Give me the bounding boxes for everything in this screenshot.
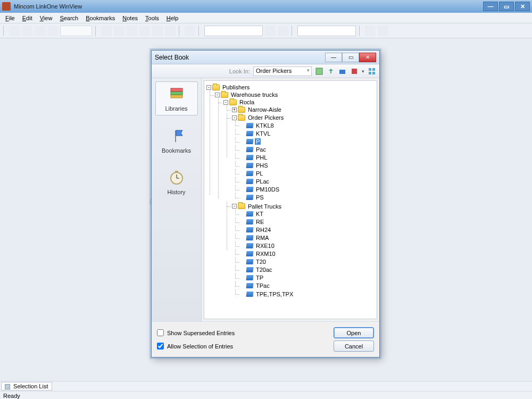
sidebar-item-history[interactable]: History (155, 165, 198, 198)
tree-node-label[interactable]: RXE10 (255, 243, 276, 249)
menu-bookmarks[interactable]: Bookmarks (82, 14, 118, 22)
tree-node-label[interactable]: KTVL (255, 130, 272, 137)
open-button[interactable]: Open (334, 327, 374, 338)
tree-book[interactable]: RH24 (240, 226, 376, 234)
tree-book[interactable]: KT (240, 210, 376, 218)
tree-node-label[interactable]: TP (255, 275, 264, 281)
tree-node-label[interactable]: RE (255, 219, 265, 225)
tree-node-label[interactable]: PS (255, 194, 265, 201)
allow-selection-checkbox[interactable]: Allow Selection of Entries (157, 343, 233, 350)
tree-book[interactable]: KTKL8 (240, 121, 376, 129)
new-folder-icon[interactable] (338, 67, 347, 76)
close-button[interactable]: ✕ (515, 2, 530, 11)
arrow-right-icon[interactable] (152, 26, 163, 36)
dialog-titlebar[interactable]: Select Book — ▭ ✕ (152, 51, 379, 64)
tree-book[interactable]: T20 (240, 257, 376, 265)
maximize-button[interactable]: ▭ (499, 2, 514, 11)
tree-folder[interactable]: -Pallet TrucksKTRERH24RMARXE10RXM10T20T2… (232, 202, 376, 298)
note-icon[interactable] (365, 26, 376, 36)
tree-node-label[interactable]: PLac (255, 178, 270, 185)
menu-file[interactable]: File (2, 14, 18, 22)
menu-notes[interactable]: Notes (119, 14, 141, 22)
tree-book[interactable]: T20ac (240, 265, 376, 273)
menu-search[interactable]: Search (56, 14, 81, 22)
expand-toggle[interactable]: - (206, 85, 211, 90)
tree-node-label[interactable]: KT (255, 211, 264, 217)
tree-node-label[interactable]: Rocla (238, 99, 255, 105)
tree-node-label[interactable]: Publishers (221, 84, 251, 90)
tree-node-label[interactable]: PL (255, 170, 264, 177)
tree-node-label[interactable]: PM10DS (255, 186, 280, 193)
tree-node-label[interactable]: Order Pickers (247, 114, 285, 121)
tree-node-label[interactable]: TPE,TPS,TPX (255, 291, 294, 297)
tree-node-label[interactable]: T20ac (255, 267, 273, 273)
find-next-icon[interactable] (278, 26, 288, 36)
tree-node-label[interactable]: KTKL8 (255, 122, 275, 129)
layers-icon[interactable] (185, 26, 195, 36)
dialog-minimize-button[interactable]: — (325, 53, 342, 62)
sidebar-item-libraries[interactable]: Libraries (155, 81, 198, 115)
menu-edit[interactable]: Edit (19, 14, 36, 22)
tree-folder[interactable]: -Warehouse trucks-Rocla+Narrow-Aisle-Ord… (215, 90, 376, 299)
tree-node-label[interactable]: Pac (255, 146, 267, 153)
tree-node-label[interactable]: TPac (255, 282, 271, 289)
tree-book[interactable]: RMA (240, 234, 376, 242)
nav-forward-icon[interactable] (22, 26, 32, 36)
tree-folder[interactable]: +Narrow-Aisle (232, 105, 376, 113)
tree-node-label[interactable]: Pallet Trucks (247, 203, 282, 210)
tree-book[interactable]: TPac (240, 281, 376, 289)
tree-node-label[interactable]: RMA (255, 235, 270, 241)
arrow-up-icon[interactable] (114, 26, 124, 36)
dialog-maximize-button[interactable]: ▭ (342, 53, 359, 62)
tree-folder[interactable]: -Rocla+Narrow-Aisle-Order PickersKTKL8KT… (223, 98, 376, 298)
menu-tools[interactable]: Tools (142, 14, 162, 22)
filter-combo[interactable] (297, 26, 356, 36)
tree-book[interactable]: RE (240, 218, 376, 226)
tree-view[interactable]: -Publishers-Warehouse trucks-Rocla+Narro… (204, 80, 377, 319)
dropdown-arrow-icon[interactable]: ▾ (362, 69, 364, 74)
tree-book[interactable]: RXM10 (240, 250, 376, 257)
book-icon[interactable] (165, 26, 176, 36)
tree-book[interactable]: Pac (240, 145, 376, 153)
expand-toggle[interactable]: + (232, 107, 237, 112)
refresh-icon[interactable] (47, 26, 58, 36)
tree-node-label[interactable]: T20 (255, 259, 267, 265)
tree-book[interactable]: PLac (240, 177, 376, 185)
menu-view[interactable]: View (37, 14, 56, 22)
cancel-button[interactable]: Cancel (334, 340, 374, 352)
expand-toggle[interactable]: - (232, 115, 237, 120)
minimize-button[interactable]: — (483, 2, 498, 11)
tree-node-label[interactable]: Warehouse trucks (230, 92, 279, 98)
tree-book[interactable]: PHL (240, 153, 376, 161)
up-folder-icon[interactable] (327, 67, 335, 76)
tree-book[interactable]: PS (240, 193, 376, 201)
nav-combo[interactable] (60, 26, 92, 36)
expand-toggle[interactable]: - (215, 93, 220, 97)
tree-folder[interactable]: -Publishers-Warehouse trucks-Rocla+Narro… (206, 83, 376, 300)
tree-book[interactable]: KTVL (240, 129, 376, 137)
page-icon[interactable] (101, 26, 112, 36)
tree-node-label[interactable]: PHS (255, 162, 269, 169)
tree-folder[interactable]: -Order PickersKTKL8KTVLPPacPHLPHSPLPLacP… (232, 113, 376, 202)
nav-up-icon[interactable] (35, 26, 45, 36)
view-icon[interactable] (315, 67, 323, 76)
note2-icon[interactable] (378, 26, 388, 36)
tree-book[interactable]: TP (240, 273, 376, 281)
grid-view-icon[interactable] (368, 67, 376, 76)
expand-toggle[interactable]: - (232, 204, 237, 209)
tree-node-label[interactable]: PHL (255, 154, 268, 161)
tree-book[interactable]: TPE,TPS,TPX (240, 289, 376, 297)
arrow-left-icon[interactable] (127, 26, 137, 36)
tree-node-label[interactable]: RH24 (255, 227, 272, 233)
delete-icon[interactable] (350, 67, 359, 76)
nav-back-icon[interactable] (9, 26, 20, 36)
tree-book[interactable]: P (240, 137, 376, 145)
tree-node-label[interactable]: Narrow-Aisle (247, 106, 282, 113)
sidebar-item-bookmarks[interactable]: Bookmarks (155, 124, 198, 157)
lookin-combo[interactable]: Order Pickers (253, 66, 312, 76)
tree-node-label[interactable]: RXM10 (255, 251, 277, 257)
search-combo[interactable] (204, 26, 263, 36)
allow-selection-input[interactable] (157, 343, 164, 350)
menu-help[interactable]: Help (163, 14, 182, 22)
arrow-down-icon[interactable] (139, 26, 150, 36)
